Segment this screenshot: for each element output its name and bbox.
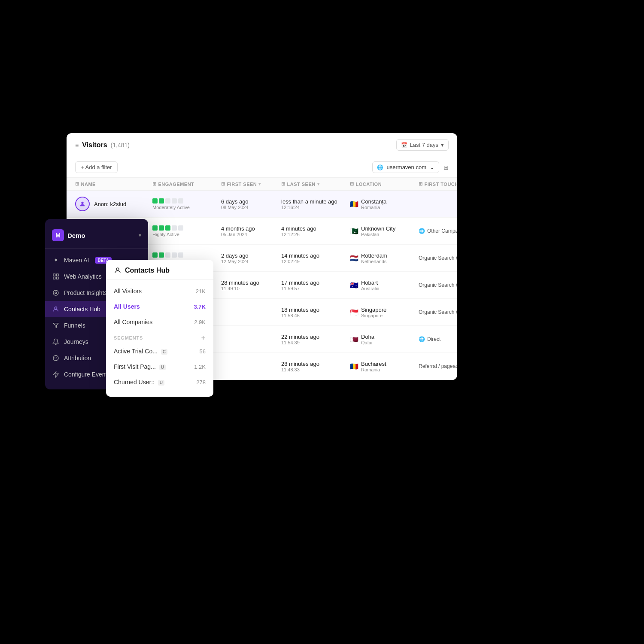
nav-label: Maven AI: [64, 257, 89, 264]
touchpoint-label: Organic Search / Go: [419, 309, 457, 315]
first-seen-date: 05 Jan 2024: [221, 232, 281, 237]
touchpoint-cell: Organic Search / Go: [419, 255, 457, 261]
first-seen-date: 12 May 2024: [221, 259, 281, 264]
last-seen-time: 12:02:49: [281, 259, 350, 264]
dropdown-item-churned-users[interactable]: Churned User:: U 278: [106, 374, 213, 390]
flag-icon: 🇵🇰: [350, 228, 358, 234]
col-sort-icon: ⊞: [152, 181, 157, 187]
last-seen-rel: 28 minutes ago: [281, 361, 350, 367]
touchpoint-label: Direct: [427, 336, 440, 342]
svg-marker-16: [53, 371, 58, 377]
nav-label: Web Analytics: [64, 273, 102, 280]
first-seen-cell: 2 days ago 12 May 2024: [221, 252, 281, 264]
engagement-label: Moderately Active: [152, 205, 221, 210]
date-filter-label: Last 7 days: [410, 142, 439, 148]
item-label: All Visitors: [114, 288, 142, 295]
col-sort-icon: ⊞: [221, 181, 225, 187]
workspace-selector[interactable]: M Demo ▾: [45, 226, 148, 249]
flag-icon: 🇶🇦: [350, 336, 358, 342]
workspace-name: Demo: [67, 232, 139, 239]
dot: [152, 198, 158, 204]
dropdown-item-all-visitors[interactable]: All Visitors 21K: [106, 283, 213, 299]
location-city: Singapore: [361, 307, 386, 313]
user-cell: Anon: k2siud: [75, 197, 152, 211]
flag-icon: 🇷🇴: [350, 363, 358, 369]
dot: [172, 252, 177, 258]
col-first-touchpoint: ⊞ FIRST TOUCHPOINT: [419, 181, 457, 187]
engagement-label: Highly Active: [152, 232, 221, 237]
last-seen-rel: 22 minutes ago: [281, 334, 350, 340]
dot: [159, 198, 164, 204]
date-filter[interactable]: 📅 Last 7 days ▾: [396, 139, 449, 151]
add-segment-button[interactable]: +: [201, 334, 206, 342]
dot: [178, 252, 183, 258]
svg-point-15: [55, 357, 57, 359]
dropdown-item-first-visit[interactable]: First Visit Pag... U 1.2K: [106, 359, 213, 374]
dot: [172, 225, 177, 231]
chevron-down-icon: ▾: [441, 142, 444, 148]
last-seen-rel: 18 minutes ago: [281, 307, 350, 313]
segment-type-badge: U: [158, 380, 164, 386]
last-seen-rel: 17 minutes ago: [281, 279, 350, 286]
col-sort-icon: ⊞: [419, 181, 423, 187]
item-count: 2.9K: [194, 319, 206, 325]
item-label: First Visit Pag... U: [114, 363, 166, 370]
avatar: [75, 197, 90, 211]
nav-label: Attribution: [64, 355, 91, 361]
dropdown-title: Contacts Hub: [125, 267, 170, 274]
last-seen-time: 11:54:39: [281, 340, 350, 345]
col-last-seen[interactable]: ⊞ LAST SEEN ▾: [281, 181, 350, 187]
nav-label: Contacts Hub: [64, 306, 100, 313]
svg-rect-9: [53, 277, 55, 279]
journeys-icon: [52, 338, 60, 346]
location-country: Romania: [361, 367, 386, 372]
dropdown-header: Contacts Hub: [106, 267, 213, 280]
first-seen-rel: 2 days ago: [221, 252, 281, 259]
funnels-icon: [52, 322, 60, 329]
product-insights-icon: [52, 289, 60, 297]
location-city: Constanța: [361, 198, 386, 205]
touchpoint-label: Referral / pagead2.g...: [419, 363, 457, 369]
location-cell: 🇷🇴 Bucharest Romania: [350, 361, 419, 372]
last-seen-cell: less than a minute ago 12:16:24: [281, 198, 350, 210]
domain-selector[interactable]: 🌐 usermaven.com ⌄: [372, 161, 439, 173]
dropdown-item-all-companies[interactable]: All Companies 2.9K: [106, 314, 213, 330]
col-sort-icon: ⊞: [281, 181, 286, 187]
dot: [165, 225, 170, 231]
columns-icon[interactable]: ⊞: [444, 164, 449, 171]
touchpoint-label: Organic Search / Go: [419, 255, 457, 261]
last-seen-cell: 17 minutes ago 11:59:57: [281, 279, 350, 291]
contacts-hub-icon: [52, 305, 60, 313]
svg-point-0: [81, 202, 83, 204]
flag-icon: 🇷🇴: [350, 201, 358, 207]
sort-arrow: ▾: [317, 182, 320, 186]
last-seen-rel: 14 minutes ago: [281, 252, 350, 259]
visitors-title: Visitors: [82, 141, 107, 149]
dropdown-item-active-trial[interactable]: Active Trial Co... C 56: [106, 343, 213, 359]
sort-arrow: ▾: [258, 182, 261, 186]
engagement-cell: Highly Active: [152, 225, 221, 237]
nav-label: Product Insights: [64, 289, 107, 296]
item-count: 56: [200, 348, 206, 355]
last-seen-cell: 4 minutes ago 12:12:26: [281, 225, 350, 237]
location-country: Qatar: [361, 340, 374, 345]
flag-icon: 🇦🇺: [350, 282, 358, 288]
last-seen-time: 11:48:33: [281, 367, 350, 372]
nav-label: Journeys: [64, 338, 88, 345]
first-seen-rel: 28 minutes ago: [221, 279, 281, 286]
contacts-dropdown: Contacts Hub All Visitors 21K All Users …: [106, 260, 213, 397]
segments-text: SEGMENTS: [114, 335, 143, 340]
dot: [172, 198, 177, 204]
table-header: ⊞ NAME ⊞ ENGAGEMENT ⊞ FIRST SEEN ▾ ⊞ LAS…: [67, 178, 457, 191]
item-count: 21K: [196, 288, 206, 295]
last-seen-cell: 28 minutes ago 11:48:33: [281, 361, 350, 372]
dropdown-item-all-users[interactable]: All Users 3.7K: [106, 299, 213, 314]
col-first-seen[interactable]: ⊞ FIRST SEEN ▾: [221, 181, 281, 187]
touchpoint-cell: Referral / pagead2.g...: [419, 363, 457, 369]
add-filter-button[interactable]: + Add a filter: [75, 161, 118, 173]
web-analytics-icon: [52, 273, 60, 280]
location-country: Romania: [361, 205, 386, 210]
configure-events-icon: [52, 371, 60, 378]
first-seen-date: 11:49:10: [221, 286, 281, 291]
table-row[interactable]: Anon: k2siud Moderately Active 6 days ag…: [67, 191, 457, 218]
